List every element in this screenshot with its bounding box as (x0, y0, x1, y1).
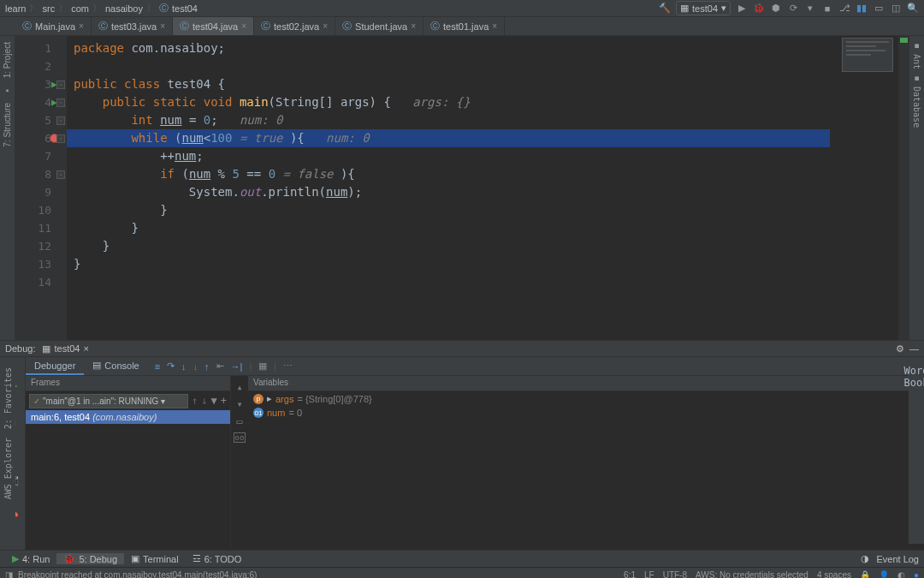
marker-bar[interactable] (898, 36, 909, 340)
database-tool-button[interactable]: Database (912, 84, 921, 130)
code-line[interactable]: } (74, 219, 898, 237)
code-line[interactable]: package com.nasaiboy; (74, 39, 898, 57)
favorites-tool-button[interactable]: 2: Favorites (3, 365, 13, 432)
debug-icon[interactable]: 🐞 (753, 3, 765, 15)
debug-session-tab[interactable]: ▦ test04 × (35, 343, 95, 355)
code-line[interactable]: int num = 0; num: 0 (74, 111, 898, 129)
gutter-row[interactable]: 12 (15, 237, 67, 255)
variable-row[interactable]: p ▸ args = {String[0]@778} (248, 391, 924, 406)
breadcrumb-dir[interactable]: nasaiboy (105, 3, 143, 14)
threads-icon[interactable]: ≡ (155, 361, 160, 372)
add-icon[interactable]: + (221, 395, 227, 407)
line-separator[interactable]: LF (644, 570, 654, 578)
editor-tab[interactable]: Ⓒtest04.java× (173, 17, 254, 35)
project-tool-button[interactable]: 1: Project (3, 39, 12, 80)
code-line[interactable] (74, 273, 898, 291)
next-frame-icon[interactable]: ↓ (201, 395, 207, 407)
thread-selector[interactable]: ✓ "main"@1 in ...ain": RUNNING ▾ (29, 394, 188, 408)
fold-icon[interactable]: - (56, 80, 65, 89)
run-icon[interactable]: ▶ (736, 3, 748, 15)
close-icon[interactable]: × (323, 21, 328, 31)
git-icon[interactable]: ⎇ (838, 3, 850, 15)
copy-icon[interactable]: ▭ (236, 415, 242, 427)
editor-tab[interactable]: ⒸMain.java× (15, 17, 92, 35)
code-area[interactable]: package com.nasaiboy;public class test04… (67, 36, 898, 340)
gutter-row[interactable]: 14 (15, 273, 67, 291)
variable-row[interactable]: 01 num = 0 (248, 406, 924, 420)
close-icon[interactable]: × (83, 343, 88, 354)
force-step-into-icon[interactable]: ↓ (193, 361, 198, 372)
code-line[interactable]: } (74, 255, 898, 273)
close-icon[interactable]: × (79, 21, 84, 31)
ant-tool-button[interactable]: Ant (912, 51, 921, 72)
filter-icon[interactable]: ▼ (211, 395, 217, 407)
close-icon[interactable]: × (241, 21, 246, 31)
aws-status[interactable]: AWS: No credentials selected (696, 570, 808, 578)
gear-icon[interactable]: ⚙ (896, 343, 904, 355)
run-config-select[interactable]: ▦ test04 ▾ (676, 1, 731, 15)
search-icon[interactable]: 🔍 (907, 3, 919, 15)
run-to-cursor-icon[interactable]: →| (231, 361, 243, 372)
console-tab[interactable]: ▤ Console (84, 357, 147, 375)
lock-icon[interactable]: 🔒 (860, 570, 870, 578)
window-icon[interactable]: ◫ (890, 3, 902, 15)
gutter-row[interactable]: 9 (15, 183, 67, 201)
editor-tab[interactable]: ⒸStudent.java× (335, 17, 424, 35)
editor-tab[interactable]: Ⓒtest02.java× (254, 17, 335, 35)
gutter-row[interactable]: 6- (15, 129, 67, 147)
editor-tab[interactable]: Ⓒtest03.java× (92, 17, 173, 35)
todo-tool-button[interactable]: ☲ 6: TODO (186, 553, 249, 564)
fold-icon[interactable]: - (56, 98, 65, 107)
coverage-icon[interactable]: ⬢ (770, 3, 782, 15)
gutter-row[interactable]: 11 (15, 219, 67, 237)
drop-frame-icon[interactable]: ⇤ (216, 361, 224, 372)
code-line[interactable]: System.out.println(num); (74, 183, 898, 201)
notifications-icon[interactable]: ◐ (897, 570, 905, 578)
profile-icon[interactable]: ⟳ (787, 3, 799, 15)
code-line[interactable]: } (74, 237, 898, 255)
watch-icon[interactable]: oo (234, 432, 246, 443)
chrome-icon[interactable]: ● (914, 570, 919, 578)
minimize-icon[interactable]: — (909, 343, 919, 355)
close-icon[interactable]: × (411, 21, 416, 31)
breadcrumb-root[interactable]: learn (5, 3, 26, 14)
gutter-row[interactable]: 5- (15, 111, 67, 129)
cursor-position[interactable]: 6:1 (624, 570, 636, 578)
code-line[interactable]: public static void main(String[] args) {… (74, 93, 898, 111)
evaluate-icon[interactable]: ▦ (258, 361, 267, 372)
gutter-row[interactable]: 13 (15, 255, 67, 273)
up-icon[interactable]: ▴ (236, 381, 242, 393)
debug-tool-button[interactable]: 🐞 5: Debug (56, 553, 124, 564)
code-line[interactable]: while (num<100 = true ){ num: 0 (67, 129, 830, 147)
editor-tab[interactable]: Ⓒtest01.java× (424, 17, 505, 35)
step-out-icon[interactable]: ↑ (204, 361, 210, 372)
encoding[interactable]: UTF-8 (663, 570, 687, 578)
minimap[interactable] (842, 38, 893, 72)
code-line[interactable]: ++num; (74, 147, 898, 165)
breadcrumb-dir[interactable]: com (71, 3, 89, 14)
inspector-icon[interactable]: 👤 (879, 570, 889, 578)
breadcrumb[interactable]: learn 〉 src 〉 com 〉 nasaiboy 〉 Ⓒ test04 (5, 2, 198, 15)
fold-icon[interactable]: - (56, 134, 65, 143)
step-into-icon[interactable]: ↓ (181, 361, 187, 372)
close-icon[interactable]: × (492, 21, 497, 31)
gutter[interactable]: 123▶-4▶-5-6-78-91011121314 (15, 36, 67, 340)
debugger-tab[interactable]: Debugger (26, 357, 84, 375)
gutter-row[interactable]: 4▶- (15, 93, 67, 111)
breadcrumb-file[interactable]: test04 (172, 3, 198, 14)
structure-tool-button[interactable]: 7: Structure (3, 100, 12, 150)
gutter-row[interactable]: 2 (15, 57, 67, 75)
aws-explorer-tool-button[interactable]: AWS Explorer (3, 435, 13, 502)
layout-icon[interactable]: ▭ (873, 3, 885, 15)
aws-toolkit-icon[interactable]: ▮▮ (856, 3, 868, 15)
wordbook-tool-button[interactable]: Word Book (904, 365, 924, 389)
prev-frame-icon[interactable]: ↑ (192, 395, 198, 407)
gutter-row[interactable]: 3▶- (15, 75, 67, 93)
fold-icon[interactable]: - (56, 170, 65, 179)
close-icon[interactable]: × (160, 21, 165, 31)
breadcrumb-dir[interactable]: src (42, 3, 55, 14)
stack-frame-row[interactable]: main:6, test04 (com.nasaiboy) (26, 410, 230, 424)
code-line[interactable]: } (74, 201, 898, 219)
editor[interactable]: 123▶-4▶-5-6-78-91011121314 package com.n… (15, 36, 909, 340)
more-icon[interactable]: ⋯ (283, 361, 293, 372)
